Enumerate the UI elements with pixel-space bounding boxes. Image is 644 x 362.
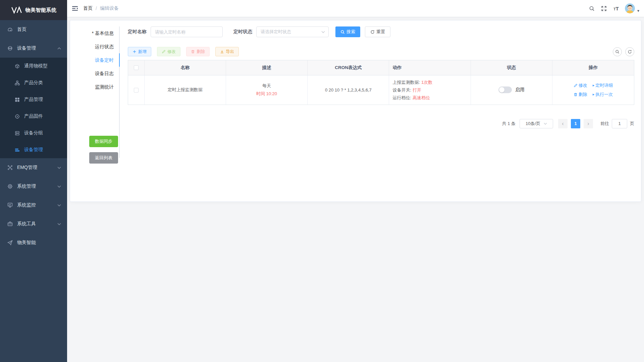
sidebar-item-device-group[interactable]: 设备分组: [0, 125, 67, 141]
page-number-current[interactable]: 1: [571, 119, 580, 128]
tabs-active-indicator: [119, 53, 120, 67]
goto-page-input[interactable]: [612, 119, 627, 128]
breadcrumb-home[interactable]: 首页: [83, 5, 93, 11]
navbar-right: T T: [586, 0, 641, 17]
back-to-list-button[interactable]: 返回列表: [89, 152, 118, 164]
paper-plane-icon: [7, 240, 13, 245]
next-page-button[interactable]: ›: [584, 119, 593, 128]
sidebar-item-wumei-smart[interactable]: 物美智能: [0, 233, 67, 252]
sidebar-toggle-button[interactable]: [67, 0, 83, 17]
user-menu[interactable]: ▾: [625, 3, 639, 13]
sidebar-item-system-management[interactable]: 系统管理: [0, 177, 67, 196]
action-label: 上报监测数据:: [392, 78, 420, 86]
sidebar-item-label: 产品分类: [24, 80, 43, 86]
column-header-name: 名称: [144, 60, 226, 75]
tab-label: 基本信息: [95, 31, 114, 36]
breadcrumb-current: 编辑设备: [100, 5, 119, 11]
sidebar-item-product-management[interactable]: 产品管理: [0, 91, 67, 108]
sidebar-item-label: 设备管理: [17, 45, 36, 51]
select-all-checkbox[interactable]: [134, 65, 139, 70]
target-icon: [15, 114, 20, 119]
timer-status-label: 定时状态: [233, 29, 252, 35]
monitor-icon: [7, 202, 13, 208]
timer-name-input[interactable]: [151, 26, 223, 37]
sidebar-item-product-firmware[interactable]: 产品固件: [0, 108, 67, 125]
action-label: 设备开关:: [392, 86, 411, 94]
tab-label: 设备日志: [95, 71, 114, 76]
tab-label: 设备定时: [95, 57, 114, 63]
add-button-label: 新增: [138, 49, 147, 55]
user-caret-down-icon: ▾: [637, 8, 639, 13]
data-sync-button[interactable]: 数据同步: [89, 136, 118, 147]
link-label: 删除: [579, 92, 587, 98]
row-checkbox[interactable]: [134, 88, 139, 93]
sidebar-item-thing-model[interactable]: 通用物模型: [0, 58, 67, 74]
export-button-label: 导出: [226, 49, 234, 55]
column-header-desc: 描述: [226, 60, 307, 75]
edit-button[interactable]: 修改: [157, 47, 180, 56]
table-header-row: 名称 描述 CRON表达式 动作 状态 操作: [128, 60, 634, 75]
desc-line1: 每天: [226, 83, 307, 89]
chevron-down-icon: [544, 123, 547, 125]
tab-running-status[interactable]: 运行状态: [75, 40, 120, 53]
fullscreen-button[interactable]: [598, 0, 610, 17]
sidebar-item-label: 通用物模型: [24, 63, 48, 69]
refresh-table-button[interactable]: [625, 47, 634, 56]
search-button[interactable]: 搜索: [335, 26, 360, 37]
toolbar-utilities: [613, 47, 634, 56]
timer-detail-link[interactable]: ▸ 定时详细: [593, 82, 613, 88]
chevron-down-icon: [57, 167, 61, 169]
tab-monitor-stats[interactable]: 监测统计: [75, 80, 120, 94]
search-icon: [340, 30, 345, 34]
sphere-icon: [7, 46, 13, 51]
status-toggle[interactable]: [498, 86, 512, 93]
main-area: 首页 / 编辑设备 T T: [67, 0, 644, 362]
trash-icon: [574, 93, 578, 97]
sidebar-item-product-category[interactable]: 产品分类: [0, 74, 67, 91]
pagination-total: 共 1 条: [502, 121, 516, 127]
delete-button[interactable]: 删除: [186, 47, 210, 56]
header-search-button[interactable]: [586, 0, 598, 17]
page-body: * 基本信息 运行状态 设备定时 设备日志 监测统计 数据同步 返回列表 定时名…: [67, 17, 644, 362]
sidebar-item-label: 系统工具: [17, 221, 36, 227]
hamburger-icon: [72, 6, 78, 11]
tab-device-timer[interactable]: 设备定时: [75, 53, 120, 67]
prev-page-button[interactable]: ‹: [558, 119, 568, 128]
sidebar-item-system-monitor[interactable]: 系统监控: [0, 196, 67, 215]
caret-right-icon: ▸: [593, 83, 595, 87]
tab-label: 监测统计: [95, 84, 114, 89]
gear-icon: [7, 184, 13, 189]
sidebar-item-label: 系统管理: [17, 183, 36, 189]
tab-device-log[interactable]: 设备日志: [75, 67, 120, 80]
add-button[interactable]: 新增: [128, 47, 151, 56]
row-delete-link[interactable]: 删除: [574, 92, 587, 98]
sidebar-item-device-management[interactable]: 设备管理: [0, 39, 67, 58]
link-label: 定时详细: [595, 82, 613, 88]
font-size-button[interactable]: T T: [610, 0, 622, 17]
export-button[interactable]: 导出: [215, 47, 239, 56]
breadcrumb: 首页 / 编辑设备: [83, 5, 119, 11]
timer-status-select[interactable]: 请选择定时状态: [256, 26, 329, 37]
drone-icon: [7, 165, 13, 170]
timer-name-label: 定时名称: [128, 29, 147, 35]
sitemap-icon: [15, 80, 20, 85]
toggle-search-button[interactable]: [613, 47, 622, 56]
tabs-divider: [119, 26, 120, 158]
row-edit-link[interactable]: 修改: [574, 82, 587, 88]
fullscreen-icon: [601, 6, 607, 11]
sidebar-item-emq-management[interactable]: EMQ管理: [0, 158, 67, 177]
reset-button[interactable]: 重置: [365, 26, 390, 37]
action-line: 上报监测数据: 1次数: [392, 78, 467, 86]
sidebar-item-system-tools[interactable]: 系统工具: [0, 215, 67, 233]
chevron-down-icon: [57, 185, 61, 188]
page-size-select[interactable]: 10条/页: [520, 119, 553, 128]
chevron-down-icon: [57, 223, 61, 225]
app-logo: 物美智能系统: [0, 0, 67, 20]
device-edit-card: * 基本信息 运行状态 设备定时 设备日志 监测统计 数据同步 返回列表 定时名…: [70, 20, 641, 202]
download-icon: [220, 50, 224, 54]
sidebar-item-home[interactable]: 首页: [0, 20, 67, 39]
run-once-link[interactable]: ▸ 执行一次: [593, 92, 613, 98]
page-size-value: 10条/页: [526, 121, 540, 127]
sidebar-item-device-management-sub[interactable]: 设备管理: [0, 141, 67, 158]
tab-basic-info[interactable]: * 基本信息: [75, 26, 120, 40]
